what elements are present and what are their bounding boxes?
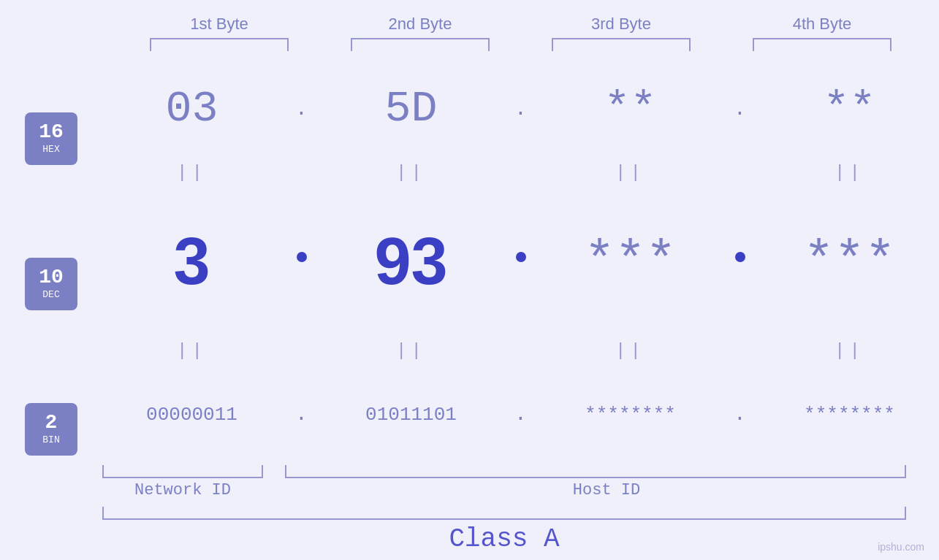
class-bracket [102, 507, 906, 520]
hex-dot3: . [729, 98, 751, 120]
main-grid: 16 HEX 10 DEC 2 BIN 03 . 5D [0, 58, 939, 560]
equals1-byte3: || [550, 163, 711, 183]
byte3-header: 3rd Byte [541, 15, 702, 34]
main-container: 1st Byte 2nd Byte 3rd Byte 4th Byte 16 H… [0, 0, 939, 560]
dec-dot2 [510, 252, 532, 272]
equals2-byte1: || [112, 341, 273, 361]
bracket-byte2 [351, 38, 490, 51]
bin-byte3-cell: ******** [550, 404, 711, 426]
dec-byte3-cell: *** [550, 233, 711, 291]
bin-badge: 2 BIN [25, 403, 77, 456]
bin-byte1-value: 00000011 [146, 404, 237, 426]
bin-byte4-cell: ******** [769, 404, 930, 426]
bin-byte2-value: 01011101 [365, 404, 457, 426]
dec-byte3-value: *** [584, 233, 676, 291]
bin-row: 00000011 . 01011101 . ******** . *******… [102, 364, 939, 465]
dec-byte4-value: *** [803, 233, 895, 291]
equals1-byte2: || [331, 163, 492, 183]
dec-byte1-cell: 3 [112, 224, 273, 299]
badges-column: 16 HEX 10 DEC 2 BIN [0, 58, 102, 560]
network-id-label: Network ID [102, 481, 263, 499]
byte-headers: 1st Byte 2nd Byte 3rd Byte 4th Byte [119, 15, 923, 34]
class-label: Class A [102, 524, 906, 554]
watermark: ipshu.com [878, 541, 924, 553]
bin-dot3: . [729, 403, 751, 426]
equals-row-1: || || || || [102, 160, 939, 186]
dec-dot1-shape [297, 252, 307, 262]
equals-row-2: || || || || [102, 337, 939, 364]
content-column: 03 . 5D . ** . ** || || [102, 58, 939, 560]
hex-byte2-value: 5D [384, 84, 437, 134]
hex-byte2-cell: 5D [331, 84, 492, 134]
bin-byte2-cell: 01011101 [331, 404, 492, 426]
hex-byte1-value: 03 [165, 84, 218, 134]
dec-byte1-value: 3 [173, 224, 210, 299]
bracket-byte3 [552, 38, 691, 51]
dec-dot3 [729, 252, 751, 272]
network-bracket [102, 465, 263, 478]
hex-byte3-value: ** [604, 84, 656, 134]
bin-byte3-value: ******** [585, 404, 676, 426]
bottom-brackets [102, 465, 906, 478]
byte2-header: 2nd Byte [340, 15, 501, 34]
hex-badge-num: 16 [39, 122, 64, 142]
hex-badge: 16 HEX [25, 112, 77, 165]
dec-badge-label: DEC [42, 289, 59, 300]
bin-dot1: . [291, 403, 313, 426]
hex-byte4-value: ** [823, 84, 875, 134]
bin-dot2: . [510, 403, 532, 426]
hex-dot2: . [510, 98, 532, 120]
dec-badge-num: 10 [39, 267, 64, 288]
equals2-byte3: || [550, 341, 711, 361]
equals2-byte2: || [331, 341, 492, 361]
top-brackets [119, 38, 923, 51]
bracket-byte4 [753, 38, 892, 51]
bin-byte1-cell: 00000011 [112, 404, 273, 426]
bin-badge-num: 2 [45, 413, 58, 433]
hex-byte4-cell: ** [769, 84, 930, 134]
dec-dot2-shape [516, 252, 526, 262]
hex-dot1: . [291, 98, 313, 120]
dec-row: 3 93 *** *** [102, 186, 939, 338]
host-id-label: Host ID [307, 481, 906, 499]
hex-badge-label: HEX [42, 144, 59, 155]
equals1-byte4: || [769, 163, 930, 183]
bracket-byte1 [150, 38, 289, 51]
dec-badge: 10 DEC [25, 258, 77, 310]
host-bracket [285, 465, 906, 478]
byte4-header: 4th Byte [742, 15, 902, 34]
dec-byte4-cell: *** [769, 233, 930, 291]
equals2-byte4: || [769, 341, 930, 361]
hex-byte3-cell: ** [550, 84, 711, 134]
bottom-section: Network ID Host ID Class A [102, 465, 906, 560]
bin-byte4-value: ******** [804, 404, 895, 426]
equals1-byte1: || [112, 163, 273, 183]
dec-dot1 [291, 252, 313, 272]
id-labels: Network ID Host ID [102, 481, 906, 499]
byte1-header: 1st Byte [139, 15, 300, 34]
hex-row: 03 . 5D . ** . ** [102, 58, 939, 160]
hex-byte1-cell: 03 [112, 84, 273, 134]
dec-byte2-cell: 93 [331, 224, 492, 299]
dec-byte2-value: 93 [374, 224, 447, 299]
dec-dot3-shape [735, 252, 745, 262]
bin-badge-label: BIN [42, 434, 59, 445]
